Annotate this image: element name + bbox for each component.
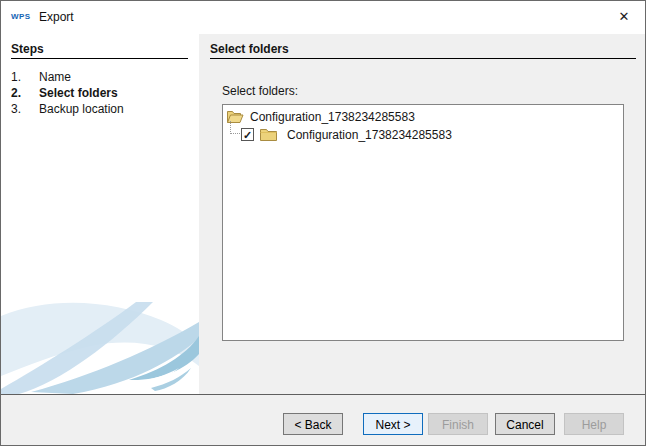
export-wizard-dialog: WPS Export ✕ Steps 1. Name 2. Select fol… <box>0 0 646 446</box>
cancel-button[interactable]: Cancel <box>495 413 555 435</box>
closed-folder-icon <box>259 127 278 142</box>
wps-logo-icon: WPS <box>11 12 30 21</box>
step-item-select-folders-current: 2. Select folders <box>1 86 199 101</box>
step-label: Backup location <box>39 102 124 116</box>
folder-tree[interactable]: Configuration_1738234285583 ✓ Configurat… <box>222 104 624 341</box>
help-button[interactable]: Help <box>564 413 624 435</box>
page-title: Select folders <box>210 42 289 56</box>
button-bar: < Back Next > Finish Cancel Help <box>1 394 645 446</box>
steps-header-rule <box>11 58 188 59</box>
finish-button[interactable]: Finish <box>428 413 488 435</box>
tree-branch-line <box>230 121 240 134</box>
tree-node-label[interactable]: Configuration_1738234285583 <box>287 128 452 142</box>
select-folders-label: Select folders: <box>222 84 298 98</box>
back-button[interactable]: < Back <box>283 413 343 435</box>
step-number: 3. <box>11 102 21 116</box>
page-title-rule <box>210 58 636 59</box>
decorative-swoosh <box>1 294 199 394</box>
folder-checkbox-checked[interactable]: ✓ <box>241 128 254 141</box>
titlebar: WPS Export ✕ <box>1 1 645 34</box>
steps-panel: Steps 1. Name 2. Select folders 3. Backu… <box>1 34 199 394</box>
step-item-name: 1. Name <box>1 70 199 85</box>
checkmark-icon: ✓ <box>242 129 253 141</box>
step-number: 1. <box>11 70 21 84</box>
steps-list: 1. Name 2. Select folders 3. Backup loca… <box>1 70 199 118</box>
step-item-backup-location: 3. Backup location <box>1 102 199 117</box>
step-number: 2. <box>11 86 21 100</box>
step-label: Name <box>39 70 71 84</box>
window-title: Export <box>39 10 74 24</box>
step-label: Select folders <box>39 86 118 100</box>
close-icon[interactable]: ✕ <box>614 7 634 27</box>
steps-panel-header: Steps <box>11 42 44 56</box>
tree-node-label[interactable]: Configuration_1738234285583 <box>250 110 415 124</box>
next-button[interactable]: Next > <box>363 413 423 435</box>
wizard-page-panel: Select folders Select folders: Configura… <box>199 34 646 394</box>
